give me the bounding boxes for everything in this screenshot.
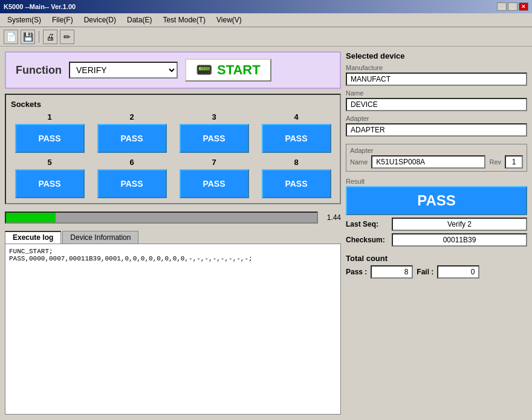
menu-data[interactable]: Data(E)	[122, 15, 157, 25]
socket-number-6: 6	[129, 158, 134, 167]
count-row: Pass : 8 Fail : 0	[346, 265, 527, 279]
socket-col-2: 2 PASS	[93, 112, 170, 153]
adapter-section-title: Adapter	[350, 147, 523, 154]
function-label: Function	[16, 64, 62, 77]
new-button[interactable]: 📄	[4, 30, 18, 44]
menu-testmode[interactable]: Test Mode(T)	[158, 15, 210, 25]
pass-count-value: 8	[371, 265, 413, 279]
last-seq-row: Last Seq: Verify 2	[346, 218, 527, 231]
socket-number-1: 1	[47, 112, 51, 121]
checksum-value: 00011B39	[392, 233, 527, 247]
window-controls: _ □ ✕	[497, 2, 528, 11]
socket-col-1: 1 PASS	[11, 112, 88, 153]
start-label: START	[217, 62, 261, 78]
socket-button-1[interactable]: PASS	[15, 124, 85, 153]
progress-bar-fill	[6, 213, 56, 222]
toolbar-separator	[39, 31, 39, 43]
maximize-button[interactable]: □	[508, 2, 517, 11]
start-button[interactable]: 📟 START	[185, 59, 271, 82]
function-row: Function VERIFY PROGRAM ERASE BLANK CHEC…	[5, 51, 341, 89]
start-icon: 📟	[196, 62, 212, 78]
adapter-rev-value: 1	[505, 155, 523, 169]
name-label: Name	[346, 89, 527, 97]
result-section: Result PASS Last Seq: Verify 2 Checksum:…	[346, 178, 527, 247]
manufacture-label: Manufacture	[346, 64, 527, 71]
socket-button-7[interactable]: PASS	[180, 169, 249, 198]
selected-device-title: Selected device	[346, 51, 527, 60]
tab-execute-log[interactable]: Execute log	[5, 231, 61, 244]
sockets-title: Sockets	[11, 100, 335, 109]
fail-count-label: Fail :	[417, 268, 433, 276]
tab-content-execute-log: FUNC_START; PASS,0000,0007,00011B39,0001…	[5, 244, 341, 415]
result-value: PASS	[346, 186, 527, 215]
window-title: K5000 --Main-- Ver.1.00	[4, 3, 76, 10]
total-count-section: Total count Pass : 8 Fail : 0	[346, 254, 527, 279]
pass-count-label: Pass :	[346, 268, 367, 276]
sockets-panel: Sockets 1 PASS 2 PASS 3 PASS	[5, 94, 341, 204]
last-seq-label: Last Seq:	[346, 220, 388, 228]
last-seq-value: Verify 2	[392, 218, 527, 231]
close-button[interactable]: ✕	[519, 2, 528, 11]
sockets-grid: 1 PASS 2 PASS 3 PASS 4 PASS	[11, 112, 335, 198]
menu-view[interactable]: View(V)	[212, 15, 247, 25]
edit-button[interactable]: ✏	[60, 30, 74, 44]
socket-number-8: 8	[294, 158, 298, 167]
right-panel: Selected device Manufacture MANUFACT Nam…	[346, 51, 527, 415]
left-panel: Function VERIFY PROGRAM ERASE BLANK CHEC…	[5, 51, 341, 415]
socket-button-2[interactable]: PASS	[97, 124, 167, 153]
tab-bar: Execute log Device Information	[5, 231, 341, 244]
menu-file[interactable]: File(F)	[47, 15, 78, 25]
total-count-title: Total count	[346, 254, 527, 263]
socket-col-6: 6 PASS	[93, 158, 170, 198]
socket-number-3: 3	[212, 112, 216, 121]
socket-button-3[interactable]: PASS	[180, 124, 249, 153]
progress-bar-container	[5, 212, 318, 224]
socket-number-5: 5	[47, 158, 51, 167]
adapter-device-value: ADAPTER	[346, 123, 527, 137]
checksum-row: Checksum: 00011B39	[346, 233, 527, 247]
socket-button-4[interactable]: PASS	[262, 124, 331, 153]
adapter-name-value: K51U1SP008A	[371, 155, 485, 169]
function-select[interactable]: VERIFY PROGRAM ERASE BLANK CHECK	[69, 62, 178, 79]
menu-system[interactable]: System(S)	[2, 15, 46, 25]
minimize-button[interactable]: _	[497, 2, 507, 11]
adapter-name-label: Name	[350, 158, 368, 166]
checksum-label: Checksum:	[346, 236, 388, 244]
socket-button-6[interactable]: PASS	[97, 169, 167, 198]
socket-col-4: 4 PASS	[258, 112, 335, 153]
socket-col-7: 7 PASS	[175, 158, 253, 198]
socket-number-2: 2	[129, 112, 134, 121]
adapter-name-row: Name K51U1SP008A Rev 1	[350, 155, 523, 169]
menu-device[interactable]: Device(D)	[79, 15, 121, 25]
socket-number-7: 7	[212, 158, 216, 167]
main-content: Function VERIFY PROGRAM ERASE BLANK CHEC…	[0, 47, 532, 419]
log-text: FUNC_START; PASS,0000,0007,00011B39,0001…	[9, 248, 253, 262]
adapter-device-label: Adapter	[346, 115, 527, 122]
socket-col-5: 5 PASS	[11, 158, 88, 198]
selected-device-section: Selected device Manufacture MANUFACT Nam…	[346, 51, 527, 140]
fail-count-value: 0	[437, 265, 479, 279]
print-button[interactable]: 🖨	[43, 30, 57, 44]
tabs-container: Execute log Device Information FUNC_STAR…	[5, 231, 341, 415]
progress-value: 1.44	[323, 213, 341, 222]
save-button[interactable]: 💾	[21, 30, 35, 44]
socket-col-3: 3 PASS	[175, 112, 253, 153]
socket-col-8: 8 PASS	[258, 158, 335, 198]
progress-row: 1.44	[5, 209, 341, 226]
tab-device-information[interactable]: Device Information	[62, 231, 138, 244]
adapter-section: Adapter Name K51U1SP008A Rev 1	[346, 144, 527, 172]
adapter-rev-label: Rev	[489, 158, 501, 166]
name-value: DEVICE	[346, 98, 527, 111]
menu-bar: System(S) File(F) Device(D) Data(E) Test…	[0, 13, 532, 27]
socket-button-8[interactable]: PASS	[262, 169, 331, 198]
socket-button-5[interactable]: PASS	[15, 169, 85, 198]
socket-number-4: 4	[294, 112, 298, 121]
toolbar: 📄 💾 🖨 ✏	[0, 27, 532, 47]
result-title: Result	[346, 178, 527, 185]
title-bar: K5000 --Main-- Ver.1.00 _ □ ✕	[0, 0, 532, 13]
manufacture-value: MANUFACT	[346, 73, 527, 86]
